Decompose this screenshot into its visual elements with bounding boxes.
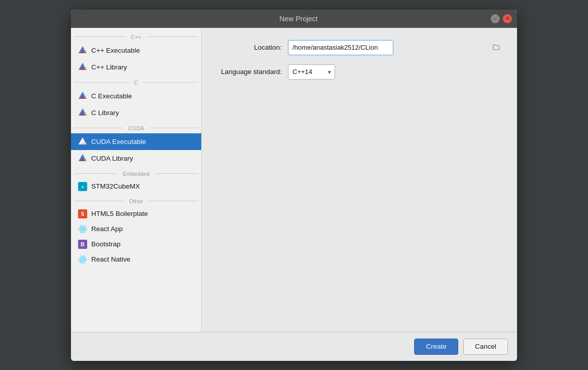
title-bar: New Project − ✕: [71, 10, 517, 28]
sidebar-item-react-app[interactable]: React App: [71, 221, 201, 237]
close-button[interactable]: ✕: [503, 14, 512, 23]
language-row: Language standard: C++14C++11C++17C++20G…: [216, 64, 503, 80]
location-input[interactable]: [288, 40, 393, 55]
sidebar-item-label: React Native: [91, 255, 130, 263]
section-label-embedded: Embedded: [71, 167, 201, 179]
sidebar-item-cpp-library[interactable]: C++ Library: [71, 59, 201, 76]
react-icon: [78, 255, 87, 264]
tri-cpp-icon: [78, 62, 87, 72]
sidebar-item-label: CUDA Executable: [91, 138, 146, 145]
project-type-sidebar: C++ C++ Executable C++ LibraryC C Execut…: [71, 28, 202, 332]
sidebar-item-cpp-executable[interactable]: C++ Executable: [71, 42, 201, 59]
section-label-c: C: [71, 76, 201, 88]
section-label-other: Other: [71, 194, 201, 206]
stm-icon: S: [78, 182, 87, 191]
section-label-cuda: CUDA: [71, 121, 201, 133]
tri-c-icon: [78, 91, 87, 101]
sidebar-item-label: C Executable: [91, 92, 132, 100]
sidebar-item-html5-boilerplate[interactable]: 5HTML5 Boilerplate: [71, 206, 201, 221]
dialog-title: New Project: [106, 15, 491, 23]
sidebar-item-label: C Library: [91, 109, 119, 117]
dialog-body: C++ C++ Executable C++ LibraryC C Execut…: [71, 28, 517, 332]
bootstrap-icon: B: [78, 240, 87, 249]
window-controls: − ✕: [491, 14, 512, 23]
svg-point-27: [82, 258, 84, 260]
cancel-button[interactable]: Cancel: [463, 339, 508, 355]
sidebar-item-c-executable[interactable]: C Executable: [71, 88, 201, 104]
sidebar-item-label: STM32CubeMX: [91, 182, 140, 190]
language-select-wrapper: C++14C++11C++17C++20GNU++14 ▼: [288, 64, 335, 80]
react-icon: [78, 225, 87, 234]
sidebar-item-c-library[interactable]: C Library: [71, 104, 201, 121]
minimize-button[interactable]: −: [491, 14, 500, 23]
location-label: Location:: [216, 44, 282, 51]
sidebar-item-label: C++ Library: [91, 63, 127, 71]
bootstrap-icon: B: [78, 240, 87, 249]
language-label: Language standard:: [216, 68, 282, 76]
sidebar-item-cuda-library[interactable]: CUDA Library: [71, 150, 201, 167]
sidebar-item-react-native[interactable]: React Native: [71, 252, 201, 267]
sidebar-item-label: CUDA Library: [91, 155, 133, 162]
tri-cpp-icon: [78, 45, 87, 56]
sidebar-item-label: React App: [91, 225, 123, 233]
stm-icon: S: [78, 182, 87, 191]
svg-point-23: [82, 228, 84, 230]
sidebar-item-stm32cubemx[interactable]: S STM32CubeMX: [71, 179, 201, 194]
new-project-dialog: New Project − ✕ C++ C++ Executable C++ L…: [71, 10, 517, 361]
location-input-wrapper: [288, 40, 503, 55]
sidebar-item-label: HTML5 Boilerplate: [91, 210, 148, 217]
react-icon: [78, 225, 87, 234]
tri-cuda-icon: [78, 153, 87, 164]
html5-icon: 5: [78, 209, 87, 218]
html5-icon: 5: [78, 209, 87, 218]
sidebar-item-label: C++ Executable: [91, 47, 140, 54]
section-label-c++: C++: [71, 30, 201, 42]
location-row: Location:: [216, 40, 503, 55]
language-select[interactable]: C++14C++11C++17C++20GNU++14: [288, 64, 335, 80]
sidebar-item-cuda-executable[interactable]: CUDA Executable: [71, 133, 201, 150]
sidebar-item-label: Bootstrap: [91, 240, 121, 248]
tri-cuda-icon: [78, 136, 87, 147]
dialog-footer: Create Cancel: [71, 332, 517, 361]
react-icon: [78, 255, 87, 264]
browse-folder-button[interactable]: [492, 43, 501, 53]
main-content: Location: Language standard: C++14C++11C…: [202, 28, 517, 332]
sidebar-item-bootstrap[interactable]: BBootstrap: [71, 237, 201, 252]
svg-text:S: S: [82, 185, 84, 189]
create-button[interactable]: Create: [414, 339, 458, 355]
tri-c-icon: [78, 107, 87, 118]
